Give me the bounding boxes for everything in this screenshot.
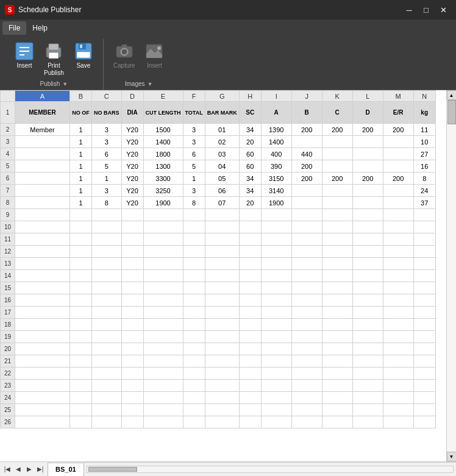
table-cell[interactable]	[352, 136, 383, 148]
table-cell[interactable]: 05	[205, 172, 239, 185]
table-cell[interactable]	[70, 416, 92, 428]
col-header-C[interactable]: C	[92, 91, 122, 102]
table-cell[interactable]	[291, 331, 322, 343]
table-cell[interactable]	[121, 246, 143, 258]
table-cell[interactable]: 1	[70, 172, 92, 185]
table-cell[interactable]	[121, 404, 143, 416]
table-cell[interactable]	[15, 270, 70, 282]
table-cell[interactable]	[352, 160, 383, 172]
table-cell[interactable]	[92, 380, 122, 392]
table-cell[interactable]: 34	[239, 185, 261, 197]
table-cell[interactable]	[322, 368, 352, 380]
table-cell[interactable]	[352, 404, 383, 416]
table-cell[interactable]	[143, 270, 183, 282]
table-cell[interactable]: 1	[70, 185, 92, 197]
table-cell[interactable]	[70, 221, 92, 233]
scroll-track-h[interactable]	[87, 466, 454, 473]
table-cell[interactable]	[121, 209, 143, 221]
table-cell[interactable]	[291, 380, 322, 392]
table-cell[interactable]	[383, 246, 413, 258]
table-cell[interactable]	[352, 331, 383, 343]
table-cell[interactable]	[15, 368, 70, 380]
table-cell[interactable]	[261, 355, 291, 368]
table-cell[interactable]: 200	[291, 160, 322, 172]
table-cell[interactable]	[383, 233, 413, 246]
table-cell[interactable]	[143, 258, 183, 270]
table-cell[interactable]	[15, 392, 70, 404]
table-cell[interactable]: 37	[413, 197, 435, 209]
table-cell[interactable]	[383, 185, 413, 197]
table-cell[interactable]: 1400	[261, 136, 291, 148]
table-cell[interactable]	[239, 233, 261, 246]
table-cell[interactable]	[352, 233, 383, 246]
table-cell[interactable]	[239, 380, 261, 392]
table-cell[interactable]	[383, 209, 413, 221]
table-cell[interactable]	[322, 209, 352, 221]
table-cell[interactable]	[413, 404, 435, 416]
table-cell[interactable]: 1500	[143, 124, 183, 136]
table-cell[interactable]	[92, 416, 122, 428]
table-cell[interactable]	[15, 319, 70, 331]
publish-group-arrow[interactable]: ▼	[62, 81, 68, 87]
table-cell[interactable]: 3150	[261, 172, 291, 185]
table-cell[interactable]	[413, 355, 435, 368]
table-cell[interactable]: 200	[352, 124, 383, 136]
table-cell[interactable]	[205, 343, 239, 355]
table-cell[interactable]	[205, 331, 239, 343]
table-cell[interactable]: 8	[183, 197, 205, 209]
table-cell[interactable]	[352, 209, 383, 221]
table-cell[interactable]	[70, 392, 92, 404]
table-cell[interactable]: 3	[183, 136, 205, 148]
images-group-arrow[interactable]: ▼	[148, 81, 153, 87]
col-header-E[interactable]: E	[143, 91, 183, 102]
table-cell[interactable]: 34	[239, 124, 261, 136]
col-header-D[interactable]: D	[121, 91, 143, 102]
table-cell[interactable]	[352, 270, 383, 282]
table-cell[interactable]	[291, 185, 322, 197]
table-cell[interactable]	[70, 209, 92, 221]
table-cell[interactable]	[143, 294, 183, 307]
table-cell[interactable]	[239, 331, 261, 343]
table-cell[interactable]	[413, 331, 435, 343]
table-cell[interactable]	[15, 148, 70, 160]
table-cell[interactable]	[92, 404, 122, 416]
table-cell[interactable]	[261, 319, 291, 331]
table-cell[interactable]	[383, 282, 413, 294]
table-cell[interactable]	[121, 233, 143, 246]
table-cell[interactable]	[143, 392, 183, 404]
header-no-of[interactable]: NO OF	[70, 102, 92, 124]
table-cell[interactable]	[413, 246, 435, 258]
table-cell[interactable]	[121, 343, 143, 355]
col-header-B[interactable]: B	[70, 91, 92, 102]
table-cell[interactable]	[70, 246, 92, 258]
table-cell[interactable]: 24	[413, 185, 435, 197]
table-cell[interactable]	[15, 233, 70, 246]
col-header-M[interactable]: M	[383, 91, 413, 102]
table-cell[interactable]	[121, 282, 143, 294]
table-cell[interactable]	[383, 368, 413, 380]
table-cell[interactable]	[15, 185, 70, 197]
table-cell[interactable]	[291, 392, 322, 404]
table-cell[interactable]	[322, 343, 352, 355]
table-cell[interactable]	[383, 404, 413, 416]
tab-bs01[interactable]: BS_01	[48, 463, 84, 476]
table-cell[interactable]: Y20	[121, 148, 143, 160]
table-cell[interactable]	[352, 185, 383, 197]
table-cell[interactable]	[15, 343, 70, 355]
col-header-J[interactable]: J	[291, 91, 322, 102]
table-cell[interactable]	[70, 294, 92, 307]
table-cell[interactable]	[413, 380, 435, 392]
table-cell[interactable]: 04	[205, 160, 239, 172]
table-cell[interactable]	[413, 294, 435, 307]
table-cell[interactable]	[239, 294, 261, 307]
table-cell[interactable]	[183, 233, 205, 246]
table-cell[interactable]	[183, 368, 205, 380]
table-cell[interactable]: Y20	[121, 160, 143, 172]
table-cell[interactable]	[183, 307, 205, 319]
table-cell[interactable]: 3	[183, 124, 205, 136]
table-cell[interactable]	[70, 331, 92, 343]
table-cell[interactable]: 10	[413, 136, 435, 148]
table-cell[interactable]	[143, 355, 183, 368]
table-cell[interactable]: 1	[92, 172, 122, 185]
capture-button[interactable]: Capture	[110, 39, 139, 79]
